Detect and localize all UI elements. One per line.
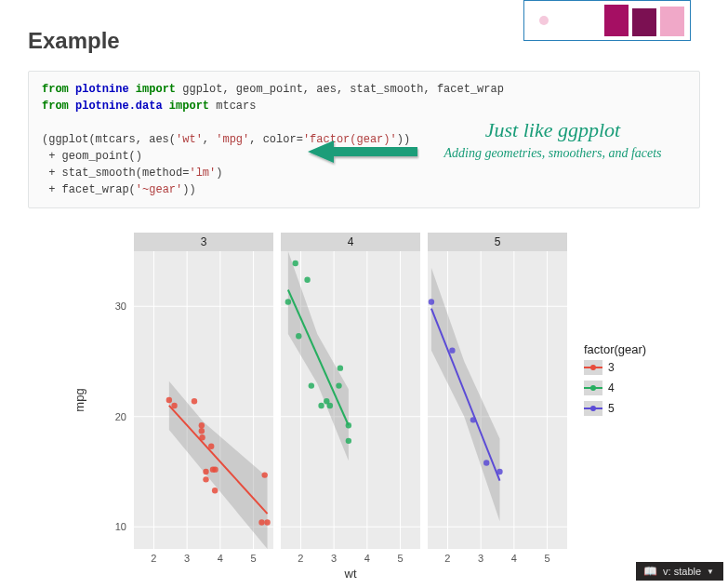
svg-point-94	[590, 406, 596, 411]
facet-chart: mpgwt323451020304234552345factor(gear)34…	[67, 225, 662, 583]
svg-text:mpg: mpg	[73, 388, 86, 411]
code-str: 'wt'	[176, 133, 203, 146]
svg-text:factor(gear): factor(gear)	[584, 342, 646, 356]
svg-text:5: 5	[494, 235, 500, 248]
svg-text:20: 20	[114, 411, 126, 422]
svg-point-51	[285, 299, 290, 304]
svg-text:5: 5	[250, 553, 256, 564]
svg-text:5: 5	[544, 553, 549, 564]
svg-text:2: 2	[151, 553, 156, 564]
svg-point-78	[428, 299, 433, 304]
svg-text:3: 3	[478, 553, 483, 564]
svg-text:5: 5	[397, 553, 403, 564]
annotation-arrow-icon	[308, 139, 419, 167]
svg-point-90	[590, 385, 596, 391]
svg-text:3: 3	[331, 553, 337, 564]
svg-text:4: 4	[217, 553, 222, 564]
code-module: plotnine.data	[75, 100, 163, 113]
svg-text:3: 3	[608, 361, 615, 374]
svg-point-28	[203, 469, 208, 474]
version-badge[interactable]: 📖 v: stable ▼	[636, 562, 723, 581]
code-text: + stat_smooth(method=	[42, 167, 189, 180]
svg-point-34	[261, 472, 267, 477]
svg-text:wt: wt	[343, 567, 356, 581]
svg-text:10: 10	[114, 521, 126, 532]
code-kw: import	[169, 100, 209, 113]
thumbnail-swatch	[523, 0, 691, 41]
code-kw: import	[136, 83, 176, 96]
svg-point-81	[483, 460, 489, 465]
svg-text:4: 4	[364, 553, 369, 564]
svg-point-25	[198, 422, 204, 428]
svg-point-60	[337, 365, 342, 370]
svg-point-21	[165, 397, 171, 403]
swatch-bar-3	[660, 7, 684, 36]
code-text: + facet_wrap(	[42, 183, 136, 196]
svg-point-31	[211, 488, 217, 493]
svg-point-59	[336, 382, 341, 388]
swatch-bar-1	[604, 5, 629, 36]
code-text: , color=	[249, 133, 303, 146]
code-text: ,	[203, 133, 216, 146]
svg-point-26	[199, 434, 205, 440]
svg-point-52	[292, 261, 298, 266]
svg-point-61	[345, 422, 351, 428]
svg-text:4: 4	[347, 235, 353, 248]
svg-point-62	[345, 438, 351, 444]
code-kw: from	[42, 100, 69, 113]
svg-point-82	[496, 469, 502, 474]
svg-point-56	[318, 403, 324, 408]
code-str: 'lm'	[189, 167, 216, 180]
svg-point-55	[308, 382, 313, 388]
caret-down-icon: ▼	[707, 568, 714, 576]
svg-point-86	[590, 365, 596, 370]
svg-point-23	[191, 398, 196, 404]
svg-point-29	[208, 444, 214, 449]
svg-point-53	[296, 333, 301, 339]
code-text: mtcars	[209, 100, 256, 113]
svg-point-79	[449, 347, 455, 353]
svg-text:2: 2	[444, 553, 450, 564]
svg-point-35	[264, 519, 270, 525]
svg-text:3: 3	[184, 553, 190, 564]
svg-marker-0	[308, 140, 417, 163]
svg-text:5: 5	[608, 402, 615, 415]
svg-point-58	[326, 403, 332, 408]
code-str: '~gear'	[136, 183, 182, 196]
code-text: (ggplot(mtcars, aes(	[42, 133, 176, 146]
book-icon: 📖	[643, 565, 657, 578]
svg-text:3: 3	[200, 235, 206, 248]
svg-point-54	[304, 277, 310, 283]
svg-text:4: 4	[608, 381, 615, 394]
svg-point-32	[212, 466, 218, 472]
svg-text:2: 2	[298, 553, 303, 564]
swatch-dot	[539, 16, 549, 25]
version-label: v: stable	[663, 566, 701, 577]
code-text: )	[216, 167, 222, 180]
code-str: 'mpg'	[216, 133, 249, 146]
code-kw: from	[42, 83, 69, 96]
svg-point-80	[470, 417, 475, 422]
code-text: ggplot, geom_point, aes, stat_smooth, fa…	[176, 83, 504, 96]
svg-text:4: 4	[510, 553, 516, 564]
svg-point-27	[203, 476, 208, 482]
code-module: plotnine	[75, 83, 129, 96]
svg-point-24	[198, 428, 204, 434]
svg-text:30: 30	[114, 301, 126, 312]
svg-point-22	[171, 403, 177, 408]
svg-point-33	[258, 519, 264, 525]
code-text: + geom_point()	[42, 150, 142, 163]
swatch-bar-2	[632, 8, 656, 36]
code-block: from plotnine import ggplot, geom_point,…	[28, 71, 700, 208]
code-text: ))	[182, 183, 195, 196]
